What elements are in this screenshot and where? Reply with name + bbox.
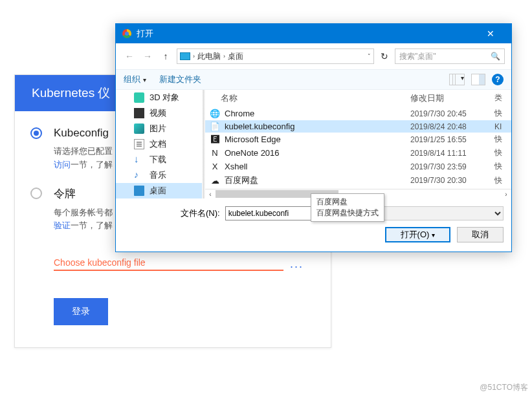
video-icon — [134, 108, 144, 118]
3d-icon — [134, 92, 144, 103]
attribution-text: @51CTO博客 — [480, 382, 528, 393]
chrome-icon — [122, 29, 131, 38]
file-row[interactable]: 🌐Chrome2019/7/30 20:45快 — [205, 107, 511, 120]
file-type: KI — [494, 122, 507, 131]
file-icon: 📄 — [209, 122, 221, 131]
dialog-title-text: 打开 — [137, 28, 153, 39]
tree-item[interactable]: 3D 对象 — [116, 90, 202, 105]
file-type: 快 — [494, 147, 507, 158]
more-button[interactable]: ... — [283, 257, 310, 271]
tree-item-label: 音乐 — [150, 169, 166, 181]
cancel-button[interactable]: 取消 — [457, 227, 504, 242]
file-icon: 🅴 — [209, 134, 221, 144]
tooltip-line1: 百度网盘 — [316, 197, 379, 208]
column-date[interactable]: 修改日期 — [410, 92, 494, 104]
help-icon[interactable]: ? — [492, 74, 504, 85]
doc-icon — [134, 139, 144, 149]
tree-item[interactable]: 桌面 — [116, 183, 202, 198]
choose-kubeconfig-file[interactable]: Choose kubeconfig file — [54, 257, 283, 271]
file-row[interactable]: ☁百度网盘2019/7/30 20:30快 — [205, 173, 511, 188]
file-row[interactable]: 🅴Microsoft Edge2019/1/25 16:55快 — [205, 133, 511, 146]
file-date: 2019/7/30 23:59 — [410, 162, 494, 171]
tooltip-line2: 百度网盘快捷方式 — [316, 208, 379, 219]
breadcrumb-child[interactable]: 桌面 — [228, 51, 243, 62]
tree-item-label: 视频 — [150, 107, 166, 119]
nav-back-icon[interactable]: ← — [122, 51, 137, 61]
tree-item-label: 3D 对象 — [150, 92, 179, 103]
tree-item[interactable]: 下载 — [116, 152, 202, 167]
refresh-icon[interactable]: ↻ — [378, 51, 391, 61]
tree-item[interactable]: 图片 — [116, 121, 202, 136]
dialog-titlebar[interactable]: 打开 ✕ — [116, 24, 511, 43]
kubeconfig-access-link[interactable]: 访问 — [54, 160, 71, 169]
organize-menu[interactable]: 组织 — [124, 74, 146, 85]
file-type: 快 — [494, 108, 507, 119]
file-type: 快 — [494, 175, 507, 186]
radio-kubeconfig[interactable] — [30, 127, 42, 139]
radio-token-label: 令牌 — [54, 186, 76, 201]
pic-icon — [134, 123, 144, 134]
kubernetes-title: Kubernetes 仪 — [32, 85, 110, 102]
tree-item[interactable]: 视频 — [116, 105, 202, 121]
preview-pane-toggle[interactable] — [471, 74, 485, 85]
file-type: 快 — [494, 134, 507, 145]
file-row[interactable]: NOneNote 20162019/8/14 11:11快 — [205, 146, 511, 160]
column-name[interactable]: 名称 — [209, 92, 410, 104]
folder-tree[interactable]: 3D 对象视频图片文档下载音乐桌面 — [116, 90, 202, 198]
tree-item-label: 下载 — [150, 154, 166, 166]
search-input[interactable]: 搜索"桌面" 🔍 — [395, 48, 505, 64]
file-date: 2019/7/30 20:30 — [410, 176, 494, 185]
breadcrumb-path[interactable]: › 此电脑 › 桌面 ˅ — [177, 48, 374, 64]
login-button[interactable]: 登录 — [54, 298, 108, 325]
column-type[interactable]: 类 — [494, 92, 507, 104]
file-icon: ☁ — [209, 176, 221, 186]
file-name: 百度网盘 — [225, 175, 410, 186]
file-name: Xshell — [225, 162, 410, 171]
scroll-right-icon[interactable]: › — [501, 191, 511, 198]
monitor-icon — [180, 52, 190, 60]
nav-up-icon[interactable]: ↑ — [159, 51, 173, 61]
file-row[interactable]: 📄kubelet.kubeconfig2019/8/24 20:48KI — [205, 120, 511, 133]
tree-item-label: 图片 — [150, 123, 166, 134]
search-placeholder: 搜索"桌面" — [399, 51, 436, 62]
file-list-header[interactable]: 名称 修改日期 类 — [205, 90, 511, 107]
file-icon: 🌐 — [209, 109, 221, 118]
music-icon — [134, 170, 144, 180]
file-icon: X — [209, 162, 221, 171]
tree-item-label: 文档 — [150, 138, 166, 150]
nav-forward-icon[interactable]: → — [140, 51, 155, 61]
scroll-left-icon[interactable]: ‹ — [205, 191, 216, 198]
tree-item-label: 桌面 — [150, 185, 166, 197]
dl-icon — [134, 155, 144, 165]
file-date: 2019/8/14 11:11 — [410, 149, 494, 158]
file-name: Microsoft Edge — [225, 134, 410, 144]
radio-kubeconfig-label: Kubeconfig — [54, 127, 109, 140]
view-menu[interactable] — [449, 74, 465, 85]
close-icon[interactable]: ✕ — [476, 28, 505, 39]
desk-icon — [134, 186, 144, 196]
file-type: 快 — [494, 161, 507, 172]
new-folder-button[interactable]: 新建文件夹 — [159, 74, 201, 85]
file-row[interactable]: XXshell2019/7/30 23:59快 — [205, 160, 511, 173]
tooltip: 百度网盘 百度网盘快捷方式 — [311, 193, 384, 222]
file-date: 2019/7/30 20:45 — [410, 109, 494, 118]
token-auth-link[interactable]: 验证 — [54, 220, 71, 230]
file-list[interactable]: 🌐Chrome2019/7/30 20:45快📄kubelet.kubeconf… — [205, 107, 511, 189]
file-date: 2019/1/25 16:55 — [410, 135, 494, 144]
breadcrumb-root[interactable]: 此电脑 — [197, 51, 221, 62]
file-name: kubelet.kubeconfig — [225, 122, 410, 131]
tree-item[interactable]: 文档 — [116, 136, 202, 152]
file-name: OneNote 2016 — [225, 148, 410, 158]
filename-label: 文件名(N): — [181, 208, 220, 219]
tree-item[interactable]: 音乐 — [116, 167, 202, 183]
file-icon: N — [209, 148, 221, 158]
search-icon[interactable]: 🔍 — [491, 52, 500, 61]
file-name: Chrome — [225, 109, 410, 118]
file-date: 2019/8/24 20:48 — [410, 122, 494, 131]
open-button[interactable]: 打开(O) ▾ — [385, 227, 450, 242]
radio-token[interactable] — [30, 188, 42, 199]
